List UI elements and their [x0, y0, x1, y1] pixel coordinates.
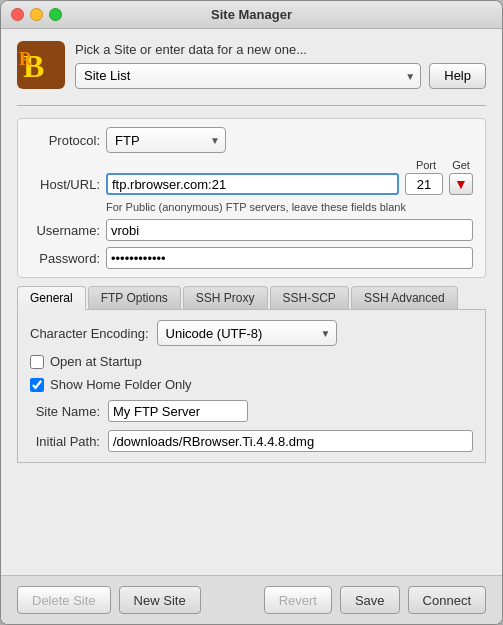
- connection-form: Protocol: FTP ▼ Port Get: [17, 118, 486, 278]
- open-at-startup-checkbox[interactable]: [30, 355, 44, 369]
- top-bar: B R Pick a Site or enter data for a new …: [17, 41, 486, 89]
- get-col-header: Get: [449, 159, 473, 171]
- protocol-select-wrapper: FTP ▼: [106, 127, 226, 153]
- save-button[interactable]: Save: [340, 586, 400, 614]
- tabs-bar: General FTP Options SSH Proxy SSH-SCP SS…: [17, 286, 486, 310]
- initial-path-label: Initial Path:: [30, 434, 100, 449]
- password-input[interactable]: [106, 247, 473, 269]
- char-encoding-select[interactable]: Unicode (UTF-8): [157, 320, 337, 346]
- protocol-select[interactable]: FTP: [106, 127, 226, 153]
- port-col-header: Port: [407, 159, 445, 171]
- traffic-lights: [11, 8, 62, 21]
- minimize-button[interactable]: [30, 8, 43, 21]
- protocol-row: Protocol: FTP ▼: [30, 127, 473, 153]
- help-button[interactable]: Help: [429, 63, 486, 89]
- char-encoding-select-wrapper: Unicode (UTF-8) ▼: [157, 320, 337, 346]
- site-manager-window: Site Manager B R Pick a Site or enter da…: [0, 0, 503, 625]
- open-at-startup-label[interactable]: Open at Startup: [50, 354, 142, 369]
- show-home-folder-row: Show Home Folder Only: [30, 377, 473, 392]
- password-label: Password:: [30, 251, 100, 266]
- username-input[interactable]: [106, 219, 473, 241]
- host-row: Host/URL: ▼: [30, 173, 473, 195]
- site-name-row: Site Name:: [30, 400, 473, 422]
- tab-ssh-proxy[interactable]: SSH Proxy: [183, 286, 268, 309]
- initial-path-input[interactable]: [108, 430, 473, 452]
- host-label: Host/URL:: [30, 177, 100, 192]
- main-content: B R Pick a Site or enter data for a new …: [1, 29, 502, 575]
- tab-ssh-scp[interactable]: SSH-SCP: [270, 286, 349, 309]
- titlebar: Site Manager: [1, 1, 502, 29]
- password-row: Password:: [30, 247, 473, 269]
- site-name-input[interactable]: [108, 400, 248, 422]
- site-name-label: Site Name:: [30, 404, 100, 419]
- host-url-input[interactable]: [106, 173, 399, 195]
- username-row: Username:: [30, 219, 473, 241]
- window-title: Site Manager: [211, 7, 292, 22]
- app-logo: B R: [17, 41, 65, 89]
- tab-ftp-options[interactable]: FTP Options: [88, 286, 181, 309]
- anonymous-note: For Public (anonymous) FTP servers, leav…: [30, 201, 473, 213]
- tab-general-content: Character Encoding: Unicode (UTF-8) ▼ Op…: [17, 310, 486, 463]
- initial-path-row: Initial Path:: [30, 430, 473, 452]
- protocol-label: Protocol:: [30, 133, 100, 148]
- svg-text:R: R: [19, 49, 33, 69]
- new-site-button[interactable]: New Site: [119, 586, 201, 614]
- close-button[interactable]: [11, 8, 24, 21]
- maximize-button[interactable]: [49, 8, 62, 21]
- tab-general[interactable]: General: [17, 286, 86, 310]
- top-divider: [17, 105, 486, 106]
- tabs-section: General FTP Options SSH Proxy SSH-SCP SS…: [17, 286, 486, 463]
- open-at-startup-row: Open at Startup: [30, 354, 473, 369]
- pick-text: Pick a Site or enter data for a new one.…: [75, 42, 486, 57]
- site-list-select-wrapper: Site List ▼: [75, 63, 421, 89]
- tab-ssh-advanced[interactable]: SSH Advanced: [351, 286, 458, 309]
- top-bar-right: Pick a Site or enter data for a new one.…: [75, 42, 486, 89]
- delete-site-button[interactable]: Delete Site: [17, 586, 111, 614]
- show-home-folder-label[interactable]: Show Home Folder Only: [50, 377, 192, 392]
- username-label: Username:: [30, 223, 100, 238]
- get-button[interactable]: ▼: [449, 173, 473, 195]
- port-input[interactable]: [405, 173, 443, 195]
- char-encoding-label: Character Encoding:: [30, 326, 149, 341]
- revert-button[interactable]: Revert: [264, 586, 332, 614]
- site-list-select[interactable]: Site List: [75, 63, 421, 89]
- show-home-folder-checkbox[interactable]: [30, 378, 44, 392]
- site-list-row: Site List ▼ Help: [75, 63, 486, 89]
- char-encoding-row: Character Encoding: Unicode (UTF-8) ▼: [30, 320, 473, 346]
- get-arrow-icon: ▼: [454, 176, 468, 192]
- connect-button[interactable]: Connect: [408, 586, 486, 614]
- bottom-bar: Delete Site New Site Revert Save Connect: [1, 575, 502, 624]
